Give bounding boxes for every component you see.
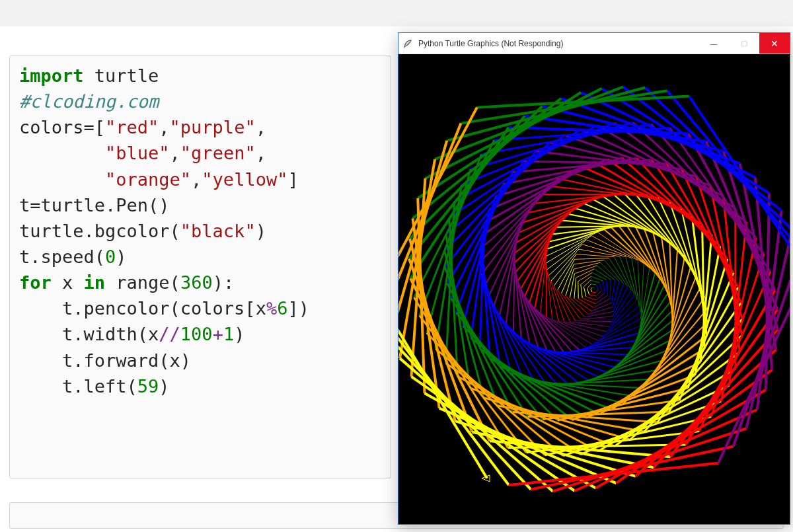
spiral-graphic xyxy=(398,54,790,524)
svg-line-77 xyxy=(548,245,582,276)
svg-line-7 xyxy=(595,289,598,293)
svg-line-15 xyxy=(591,280,599,282)
kw-import: import xyxy=(19,65,84,86)
svg-line-11 xyxy=(587,289,589,295)
python-source: import turtle #clcoding.com colors=["red… xyxy=(19,63,381,399)
svg-line-276 xyxy=(730,222,747,385)
window-title: Python Turtle Graphics (Not Responding) xyxy=(417,39,699,48)
svg-line-20 xyxy=(603,281,605,293)
svg-line-23 xyxy=(581,284,583,298)
svg-line-52 xyxy=(574,260,604,264)
svg-line-102 xyxy=(535,249,547,309)
svg-line-12 xyxy=(589,295,597,296)
svg-line-18 xyxy=(586,297,596,300)
svg-line-42 xyxy=(570,297,588,314)
svg-line-4 xyxy=(591,287,592,289)
svg-line-101 xyxy=(547,229,604,249)
window-titlebar[interactable]: Python Turtle Graphics (Not Responding) … xyxy=(398,33,790,54)
svg-line-26 xyxy=(607,280,608,295)
svg-line-6 xyxy=(592,292,595,293)
svg-line-10 xyxy=(587,284,591,289)
svg-line-75 xyxy=(626,257,637,300)
svg-line-62 xyxy=(612,290,632,321)
close-button[interactable]: ✕ xyxy=(759,33,790,54)
svg-line-107 xyxy=(549,227,611,242)
svg-line-9 xyxy=(591,284,596,285)
turtle-graphics-window[interactable]: Python Turtle Graphics (Not Responding) … xyxy=(398,32,790,525)
maximize-button[interactable]: ▢ xyxy=(729,33,759,54)
svg-line-54 xyxy=(562,293,581,319)
comment: #clcoding.com xyxy=(19,91,159,112)
svg-line-5 xyxy=(591,289,592,292)
svg-line-25 xyxy=(595,295,607,304)
svg-line-51 xyxy=(605,260,624,284)
svg-line-111 xyxy=(636,279,660,340)
svg-line-61 xyxy=(576,321,612,322)
svg-line-72 xyxy=(551,281,564,322)
svg-line-14 xyxy=(599,282,601,290)
svg-line-70 xyxy=(579,249,620,256)
svg-line-80 xyxy=(603,306,639,336)
window-buttons: — ▢ ✕ xyxy=(699,33,790,54)
svg-line-45 xyxy=(600,262,619,282)
svg-line-58 xyxy=(574,258,609,260)
svg-line-41 xyxy=(570,274,574,297)
svg-line-60 xyxy=(558,290,576,321)
svg-line-17 xyxy=(584,287,585,297)
svg-line-116 xyxy=(564,348,632,352)
svg-line-38 xyxy=(612,280,615,303)
svg-line-22 xyxy=(581,276,591,284)
svg-line-27 xyxy=(592,272,607,280)
python-feather-icon xyxy=(398,38,417,49)
svg-line-57 xyxy=(609,258,628,287)
svg-line-32 xyxy=(610,280,611,299)
svg-line-13 xyxy=(596,291,601,297)
svg-line-345 xyxy=(447,88,645,141)
svg-line-35 xyxy=(574,278,576,298)
svg-line-2 xyxy=(594,287,595,289)
turtle-canvas xyxy=(398,54,790,524)
svg-line-8 xyxy=(596,285,598,289)
minimize-button[interactable]: — xyxy=(699,33,729,54)
page-background-stripe xyxy=(0,0,793,26)
code-editor-panel: import turtle #clcoding.com colors=["red… xyxy=(9,56,391,478)
svg-line-19 xyxy=(596,293,605,300)
svg-line-93 xyxy=(641,264,644,319)
svg-line-84 xyxy=(547,270,552,319)
